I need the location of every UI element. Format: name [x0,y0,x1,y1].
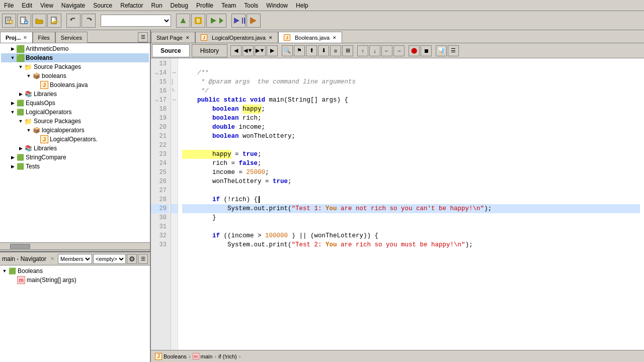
prev-word-button[interactable]: ↑ [357,45,368,56]
tree-item-booleans[interactable]: ▼ 🟩 Booleans [1,53,149,62]
menu-run[interactable]: Run [147,1,167,10]
menu-source[interactable]: Source [89,1,116,10]
menu-team[interactable]: Team [217,1,240,10]
tab-logicalops-close[interactable]: ✕ [269,35,273,40]
expander-equalops[interactable]: ▶ [9,100,16,107]
debug-toggle-button[interactable]: 📊 [436,45,447,56]
expander-libraries2[interactable]: ▶ [17,145,24,152]
code-content[interactable]: /** * @param args the command line argum… [178,58,644,350]
fold-icon-17[interactable]: ▬ [155,98,158,103]
tree-item-tests[interactable]: ▶ 🟩 Tests [1,162,149,171]
toggle-bookmarks-button[interactable]: ⚑ [294,45,305,56]
tree-item-logicalops-java[interactable]: ▼ J LogicalOperators. [1,135,149,144]
action2-button[interactable]: → [393,45,405,56]
expander-logicalops-src[interactable]: ▼ [17,118,24,125]
undo-button[interactable] [66,14,80,28]
new-project-button[interactable] [2,14,16,28]
breakpoint-button[interactable]: ⬤ [409,45,420,56]
tab-start-page[interactable]: Start Page ✕ [151,32,195,43]
prev-bookmark-button[interactable]: ⬆ [306,45,317,56]
tree-item-booleans-java[interactable]: ▼ J Booleans.java [1,80,149,89]
navigator-members-select[interactable]: Members [58,254,92,264]
next-word-button[interactable]: ↓ [369,45,380,56]
build-button[interactable]: B [191,14,205,28]
expander-source-packages[interactable]: ▼ [17,63,24,70]
menu-view[interactable]: View [36,1,57,10]
source-tab[interactable]: Source [152,44,190,57]
tree-item-source-packages[interactable]: ▼ 📁 Source Packages [1,62,149,71]
expander-tests[interactable]: ▶ [9,163,16,170]
redo-button[interactable] [82,14,96,28]
navigator-settings-button[interactable]: ⚙ [127,254,137,264]
menu-window[interactable]: Window [262,1,292,10]
menu-edit[interactable]: Edit [18,1,36,10]
menu-help[interactable]: Help [292,1,312,10]
tree-item-stringcompare[interactable]: ▶ 🟩 StringCompare [1,153,149,162]
tree-hscrollbar[interactable] [0,242,150,249]
bc-condition-label[interactable]: if (!rich) [218,353,237,359]
next-bookmark-button[interactable]: ⬇ [318,45,329,56]
tree-item-libraries2[interactable]: ▶ 📚 Libraries [1,144,149,153]
stop-button[interactable]: ⏹ [421,45,432,56]
toggle-linenum-button[interactable]: ≡ [330,45,341,56]
navigator-filter-select[interactable]: <empty> [93,254,126,264]
expander-arithmetic[interactable]: ▶ [9,45,16,52]
hscroll-thumb[interactable] [10,244,30,249]
run-previous-button[interactable]: ▲ [176,14,190,28]
tab-files[interactable]: Files [33,32,55,43]
tree-item-logicalops-pkg[interactable]: ▼ 📦 logicaloperators [1,126,149,135]
tab-start-page-close[interactable]: ✕ [186,35,190,40]
expander-logicalops-pkg[interactable]: ▼ [25,127,32,134]
open-project-button[interactable] [32,14,46,28]
tree-item-libraries[interactable]: ▶ 📚 Libraries [1,89,149,99]
left-panel-close[interactable]: ☰ [138,32,148,42]
config-dropdown[interactable]: <default config> [101,15,171,27]
tab-booleans-close[interactable]: ✕ [333,35,337,40]
navigator-close-btn[interactable]: ☰ [138,254,148,264]
menu-refactor[interactable]: Refactor [116,1,147,10]
expander-stringcompare[interactable]: ▶ [9,154,16,161]
search-toggle-button[interactable]: 🔍 [282,45,293,56]
expander-booleans-pkg[interactable]: ▼ [25,72,32,79]
menu-debug[interactable]: Debug [167,1,192,10]
prev-edit-button[interactable]: ◀ [230,45,242,56]
last-edit-button[interactable]: ▶ [267,45,278,56]
bc-booleans-label[interactable]: Booleans [164,353,187,359]
tab-projects[interactable]: Proj... ✕ [0,32,33,43]
history-tab[interactable]: History [192,44,227,57]
expander-libraries[interactable]: ▶ [17,90,24,98]
open-file-button[interactable] [47,14,61,28]
menu-file[interactable]: File [0,1,18,10]
debug-button[interactable] [231,14,246,28]
menu-profile[interactable]: Profile [192,1,217,10]
tab-projects-close[interactable]: ✕ [23,35,27,40]
format-button[interactable]: ⊞ [342,45,353,56]
fold-14[interactable]: ─ [171,68,178,77]
tab-booleans-java[interactable]: J Booleans.java ✕ [278,32,342,43]
history-back-dropdown[interactable]: ◀▼ [243,45,254,56]
new-file-button[interactable] [17,14,31,28]
action1-button[interactable]: ← [381,45,392,56]
menu-tools[interactable]: Tools [240,1,262,10]
tab-logicalops-java[interactable]: J LogicalOperators.java ✕ [195,32,278,43]
profile-button[interactable] [247,14,261,28]
tree-item-logicalops-srcpkgs[interactable]: ▼ 📁 Source Packages [1,117,149,126]
expander-booleans[interactable]: ▼ [9,54,16,61]
nav-tree-booleans[interactable]: ▼ 🟩 Booleans [1,266,149,276]
tree-item-booleans-pkg[interactable]: ▼ 📦 booleans [1,71,149,80]
bc-main-label[interactable]: main [201,353,213,359]
next-edit-button[interactable]: ▶▼ [255,45,266,56]
menu-navigate[interactable]: Navigate [57,1,89,10]
tree-item-arithmetic[interactable]: ▶ 🟩 ArithmeticDemo [1,44,149,53]
tab-services[interactable]: Services [55,32,88,43]
tree-item-logicalops[interactable]: ▼ 🟩 LogicalOperators [1,108,149,117]
fold-17[interactable]: ─ [171,96,178,105]
nav-expander-booleans[interactable]: ▼ [1,267,8,275]
navigator-close-icon[interactable]: ✕ [50,256,54,261]
run-main-button[interactable] [206,14,226,28]
expander-logicalops[interactable]: ▼ [9,109,16,116]
tree-item-equalops[interactable]: ▶ 🟩 EqualsOps [1,99,149,108]
fold-icon-14[interactable]: ▬ [155,70,158,76]
task-button[interactable]: ☰ [448,45,459,56]
nav-tree-main[interactable]: m main(String[] args) [1,276,149,285]
